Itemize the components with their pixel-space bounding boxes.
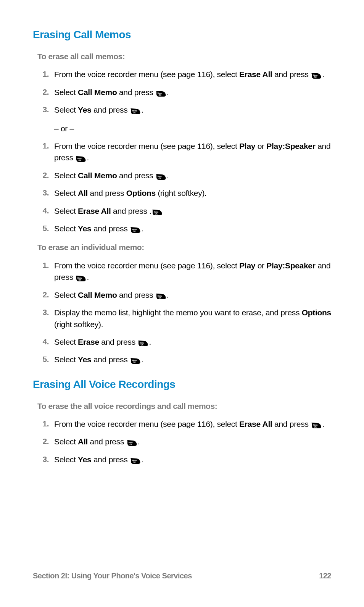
- step-number: 1.: [33, 260, 54, 271]
- step-text: From the voice recorder menu (see page 1…: [54, 140, 331, 164]
- step-number: 2.: [33, 170, 54, 181]
- step-item: 1.From the voice recorder menu (see page…: [33, 69, 331, 80]
- step-number: 1.: [33, 69, 54, 79]
- step-number: 1.: [33, 140, 54, 151]
- subhead-erase-all: To erase all call memos:: [37, 51, 331, 62]
- step-number: 2.: [33, 436, 54, 447]
- step-number: 2.: [33, 289, 54, 300]
- step-text: Select All and press Options (right soft…: [54, 187, 331, 199]
- step-item: 3.Select Yes and press .: [33, 104, 331, 116]
- steps-list-b: 1.From the voice recorder menu (see page…: [33, 140, 331, 235]
- footer-section-title: Section 2I: Using Your Phone's Voice Ser…: [33, 571, 192, 581]
- step-text: Select All and press .: [54, 436, 331, 447]
- menu-ok-icon: [130, 107, 141, 113]
- step-item: 1.From the voice recorder menu (see page…: [33, 140, 331, 164]
- menu-ok-icon: [156, 292, 166, 299]
- step-text: Select Yes and press .: [54, 223, 331, 234]
- step-item: 4.Select Erase and press .: [33, 336, 331, 348]
- step-number: 3.: [33, 307, 54, 318]
- step-number: 4.: [33, 205, 54, 216]
- step-text: Display the memo list, highlight the mem…: [54, 307, 331, 330]
- step-number: 3.: [33, 187, 54, 198]
- step-item: 5.Select Yes and press .: [33, 354, 331, 365]
- menu-ok-icon: [130, 456, 141, 463]
- step-number: 1.: [33, 418, 54, 429]
- step-text: Select Yes and press .: [54, 104, 331, 116]
- step-item: 3.Display the memo list, highlight the m…: [33, 307, 331, 330]
- subhead-erase-all-voice: To erase the all voice recordings and ca…: [37, 401, 331, 412]
- menu-ok-icon: [156, 172, 166, 179]
- menu-ok-icon: [138, 339, 148, 345]
- step-item: 5.Select Yes and press .: [33, 223, 331, 234]
- step-number: 2.: [33, 87, 54, 97]
- step-number: 3.: [33, 454, 54, 465]
- step-item: 4.Select Erase All and press .: [33, 205, 331, 217]
- steps-list-a: 1.From the voice recorder menu (see page…: [33, 69, 331, 116]
- step-text: Select Call Memo and press .: [54, 170, 331, 181]
- step-text: From the voice recorder menu (see page 1…: [54, 418, 331, 430]
- or-separator: – or –: [54, 123, 331, 134]
- steps-list-c: 1.From the voice recorder menu (see page…: [33, 260, 331, 366]
- menu-ok-icon: [130, 225, 141, 232]
- step-item: 2.Select Call Memo and press .: [33, 87, 331, 98]
- step-number: 5.: [33, 354, 54, 365]
- menu-ok-icon: [311, 71, 322, 78]
- step-item: 1.From the voice recorder menu (see page…: [33, 260, 331, 283]
- step-item: 2.Select Call Memo and press .: [33, 170, 331, 181]
- menu-ok-icon: [76, 274, 86, 281]
- heading-erasing-call-memos: Erasing Call Memos: [33, 27, 331, 42]
- step-text: Select Call Memo and press .: [54, 87, 331, 98]
- step-item: 3.Select All and press Options (right so…: [33, 187, 331, 199]
- menu-ok-icon: [130, 356, 141, 363]
- step-text: Select Erase All and press .: [54, 205, 331, 217]
- page-footer: Section 2I: Using Your Phone's Voice Ser…: [33, 571, 331, 581]
- step-item: 2.Select Call Memo and press .: [33, 289, 331, 301]
- step-number: 4.: [33, 336, 54, 347]
- step-number: 3.: [33, 104, 54, 115]
- menu-ok-icon: [156, 89, 166, 96]
- step-item: 3.Select Yes and press .: [33, 454, 331, 465]
- menu-ok-icon: [152, 208, 163, 215]
- step-text: Select Erase and press .: [54, 336, 331, 348]
- step-text: Select Yes and press .: [54, 454, 331, 465]
- menu-ok-icon: [127, 438, 137, 445]
- step-text: Select Yes and press .: [54, 354, 331, 365]
- steps-list-d: 1.From the voice recorder menu (see page…: [33, 418, 331, 465]
- footer-page-number: 122: [319, 571, 331, 581]
- step-number: 5.: [33, 223, 54, 234]
- step-text: Select Call Memo and press .: [54, 289, 331, 301]
- step-item: 2.Select All and press .: [33, 436, 331, 447]
- step-text: From the voice recorder menu (see page 1…: [54, 69, 331, 80]
- heading-erasing-all-voice: Erasing All Voice Recordings: [33, 377, 331, 392]
- menu-ok-icon: [76, 154, 86, 161]
- subhead-erase-individual: To erase an individual memo:: [37, 242, 331, 253]
- step-text: From the voice recorder menu (see page 1…: [54, 260, 331, 283]
- menu-ok-icon: [311, 421, 322, 428]
- step-item: 1.From the voice recorder menu (see page…: [33, 418, 331, 430]
